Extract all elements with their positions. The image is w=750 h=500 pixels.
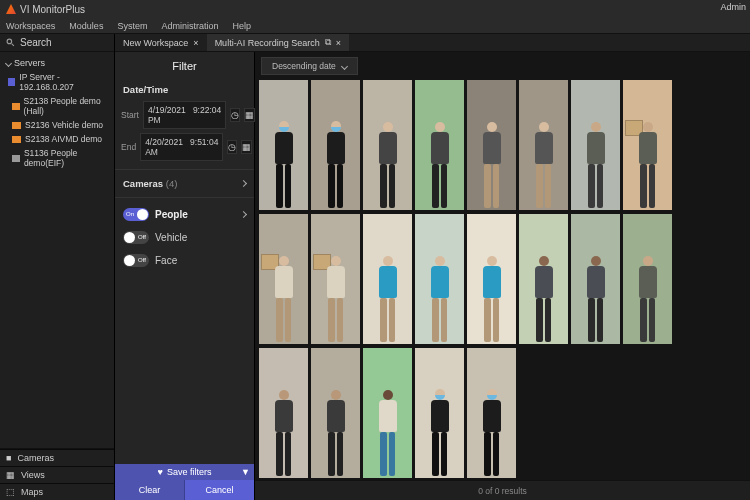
camera-icon bbox=[12, 122, 21, 129]
svg-point-0 bbox=[7, 39, 12, 44]
menu-modules[interactable]: Modules bbox=[69, 21, 103, 31]
tab-multi-ai[interactable]: Multi-AI Recording Search⧉× bbox=[207, 34, 349, 51]
camera-node[interactable]: S1136 People demo(EIF) bbox=[2, 146, 112, 170]
datetime-label: Date/Time bbox=[115, 80, 254, 99]
result-thumbnail[interactable] bbox=[259, 80, 308, 210]
result-thumbnail[interactable] bbox=[363, 348, 412, 478]
calendar-icon[interactable]: ▦ bbox=[244, 108, 255, 122]
result-thumbnail[interactable] bbox=[363, 214, 412, 344]
camera-icon bbox=[12, 155, 20, 162]
result-thumbnail[interactable] bbox=[467, 214, 516, 344]
cancel-button[interactable]: Cancel bbox=[185, 480, 254, 500]
search-label: Search bbox=[20, 37, 52, 48]
result-thumbnail[interactable] bbox=[259, 214, 308, 344]
face-toggle[interactable]: Off bbox=[123, 254, 149, 267]
chevron-right-icon bbox=[240, 180, 247, 187]
popout-icon[interactable]: ⧉ bbox=[325, 37, 331, 48]
result-thumbnail[interactable] bbox=[623, 214, 672, 344]
nav-views[interactable]: ▦Views bbox=[0, 466, 114, 483]
search-bar[interactable]: Search bbox=[0, 34, 114, 52]
cameras-section[interactable]: Cameras (4) bbox=[115, 169, 254, 197]
result-thumbnail[interactable] bbox=[311, 348, 360, 478]
chevron-down-icon bbox=[5, 59, 12, 66]
views-icon: ▦ bbox=[6, 470, 15, 480]
menu-workspaces[interactable]: Workspaces bbox=[6, 21, 55, 31]
vehicle-toggle[interactable]: Off bbox=[123, 231, 149, 244]
menubar: Workspaces Modules System Administration… bbox=[0, 18, 750, 34]
result-thumbnail[interactable] bbox=[415, 348, 464, 478]
end-date-row: End 4/20/2021 9:51:04 AM ◷ ▦ bbox=[115, 131, 254, 163]
dropdown-icon[interactable]: ▼ bbox=[241, 467, 250, 477]
results-panel: Descending date 0 of 0 results bbox=[255, 52, 750, 500]
admin-label[interactable]: Admin bbox=[720, 2, 746, 12]
clock-icon[interactable]: ◷ bbox=[230, 108, 240, 122]
server-node[interactable]: IP Server - 192.168.0.207 bbox=[2, 70, 112, 94]
app-logo-icon bbox=[6, 4, 16, 14]
filter-panel: Filter Date/Time Start 4/19/2021 9:22:04… bbox=[115, 52, 255, 500]
sidebar: Search Servers IP Server - 192.168.0.207… bbox=[0, 34, 115, 500]
save-filters-button[interactable]: ♥ Save filters ▼ bbox=[115, 464, 254, 480]
result-thumbnail[interactable] bbox=[259, 348, 308, 478]
server-tree: Servers IP Server - 192.168.0.207 S2138 … bbox=[0, 52, 114, 448]
heart-icon: ♥ bbox=[158, 467, 163, 477]
camera-icon: ■ bbox=[6, 453, 11, 463]
camera-icon bbox=[12, 103, 20, 110]
camera-node[interactable]: S2138 AIVMD demo bbox=[2, 132, 112, 146]
end-date-input[interactable]: 4/20/2021 9:51:04 AM bbox=[140, 133, 223, 161]
search-icon bbox=[6, 38, 15, 47]
clock-icon[interactable]: ◷ bbox=[227, 140, 237, 154]
calendar-icon[interactable]: ▦ bbox=[241, 140, 252, 154]
people-toggle[interactable]: On bbox=[123, 208, 149, 221]
close-icon[interactable]: × bbox=[336, 38, 341, 48]
menu-system[interactable]: System bbox=[117, 21, 147, 31]
nav-maps[interactable]: ⬚Maps bbox=[0, 483, 114, 500]
server-icon bbox=[8, 78, 15, 86]
titlebar: VI MonitorPlus bbox=[0, 0, 750, 18]
filter-title: Filter bbox=[115, 52, 254, 80]
result-thumbnail[interactable] bbox=[311, 214, 360, 344]
result-thumbnail[interactable] bbox=[467, 348, 516, 478]
servers-header[interactable]: Servers bbox=[2, 56, 112, 70]
clear-button[interactable]: Clear bbox=[115, 480, 185, 500]
close-icon[interactable]: × bbox=[193, 38, 198, 48]
bottom-nav: ■Cameras ▦Views ⬚Maps bbox=[0, 448, 114, 500]
start-date-input[interactable]: 4/19/2021 9:22:04 PM bbox=[143, 101, 226, 129]
camera-node[interactable]: S2136 Vehicle demo bbox=[2, 118, 112, 132]
result-thumbnail[interactable] bbox=[363, 80, 412, 210]
result-thumbnail[interactable] bbox=[571, 80, 620, 210]
status-bar: 0 of 0 results bbox=[255, 480, 750, 500]
start-date-row: Start 4/19/2021 9:22:04 PM ◷ ▦ bbox=[115, 99, 254, 131]
chevron-down-icon bbox=[341, 62, 348, 69]
menu-help[interactable]: Help bbox=[232, 21, 251, 31]
vehicle-label: Vehicle bbox=[155, 232, 187, 243]
result-thumbnail[interactable] bbox=[519, 214, 568, 344]
nav-cameras[interactable]: ■Cameras bbox=[0, 449, 114, 466]
result-thumbnail[interactable] bbox=[415, 80, 464, 210]
tab-bar: New Workspace× Multi-AI Recording Search… bbox=[115, 34, 750, 52]
sort-dropdown[interactable]: Descending date bbox=[261, 57, 358, 75]
thumbnail-grid bbox=[255, 80, 750, 480]
chevron-right-icon[interactable] bbox=[240, 211, 247, 218]
result-thumbnail[interactable] bbox=[519, 80, 568, 210]
result-thumbnail[interactable] bbox=[467, 80, 516, 210]
tab-new-workspace[interactable]: New Workspace× bbox=[115, 35, 207, 51]
face-label: Face bbox=[155, 255, 177, 266]
people-label: People bbox=[155, 209, 188, 220]
camera-icon bbox=[12, 136, 21, 143]
menu-administration[interactable]: Administration bbox=[161, 21, 218, 31]
app-title: VI MonitorPlus bbox=[20, 4, 85, 15]
svg-line-1 bbox=[12, 44, 14, 46]
result-thumbnail[interactable] bbox=[311, 80, 360, 210]
result-thumbnail[interactable] bbox=[623, 80, 672, 210]
maps-icon: ⬚ bbox=[6, 487, 15, 497]
camera-node[interactable]: S2138 People demo (Hall) bbox=[2, 94, 112, 118]
result-thumbnail[interactable] bbox=[415, 214, 464, 344]
result-thumbnail[interactable] bbox=[571, 214, 620, 344]
